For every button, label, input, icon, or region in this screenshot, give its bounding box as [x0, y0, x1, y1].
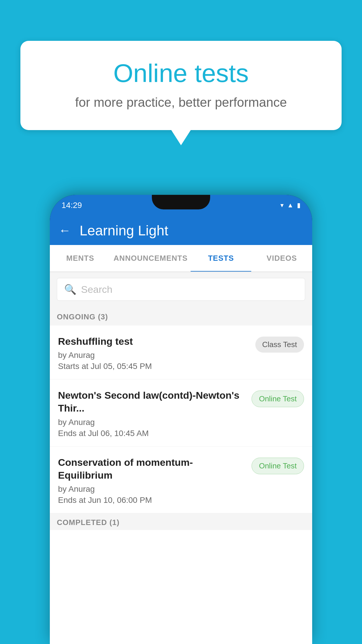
test-item-1[interactable]: Reshuffling test by Anurag Starts at Jul…: [50, 326, 312, 379]
ongoing-label: ONGOING (3): [57, 312, 108, 321]
search-icon: 🔍: [64, 284, 76, 295]
test-date-1: Starts at Jul 05, 05:45 PM: [58, 362, 249, 371]
bubble-title: Online tests: [35, 58, 327, 88]
test-item-2[interactable]: Newton's Second law(contd)-Newton's Thir…: [50, 379, 312, 446]
tab-videos[interactable]: VIDEOS: [251, 245, 312, 272]
test-author-2: by Anurag: [58, 418, 246, 427]
status-time: 14:29: [61, 201, 82, 210]
badge-online-test-2: Online Test: [252, 391, 304, 407]
search-bar[interactable]: 🔍 Search: [57, 278, 305, 301]
status-icons: ▾ ▲ ▮: [280, 202, 301, 209]
app-title: Learning Light: [80, 223, 168, 239]
tab-announcements[interactable]: ANNOUNCEMENTS: [111, 245, 191, 272]
search-container: 🔍 Search: [50, 272, 312, 307]
back-button[interactable]: ←: [59, 223, 71, 237]
completed-label: COMPLETED (1): [57, 518, 120, 527]
test-name-1: Reshuffling test: [58, 335, 249, 348]
bubble-subtitle: for more practice, better performance: [35, 95, 327, 110]
phone-frame: 14:29 ▾ ▲ ▮ ← Learning Light MENTS ANNOU…: [50, 195, 312, 644]
test-info-2: Newton's Second law(contd)-Newton's Thir…: [58, 389, 252, 438]
test-list: Reshuffling test by Anurag Starts at Jul…: [50, 326, 312, 513]
test-date-2: Ends at Jul 06, 10:45 AM: [58, 429, 246, 438]
tab-tests[interactable]: TESTS: [191, 245, 252, 272]
search-placeholder: Search: [81, 284, 113, 295]
app-bar: ← Learning Light: [50, 216, 312, 245]
badge-class-test-1: Class Test: [255, 337, 304, 353]
signal-icon: ▲: [287, 202, 294, 209]
test-date-3: Ends at Jun 10, 06:00 PM: [58, 496, 246, 505]
tab-ments[interactable]: MENTS: [50, 245, 111, 272]
test-name-2: Newton's Second law(contd)-Newton's Thir…: [58, 389, 246, 414]
speech-bubble: Online tests for more practice, better p…: [20, 41, 342, 130]
test-item-3[interactable]: Conservation of momentum-Equilibrium by …: [50, 447, 312, 513]
completed-section-header: COMPLETED (1): [50, 513, 312, 530]
test-info-1: Reshuffling test by Anurag Starts at Jul…: [58, 335, 255, 371]
test-author-1: by Anurag: [58, 351, 249, 360]
battery-icon: ▮: [297, 202, 301, 209]
phone-screen: MENTS ANNOUNCEMENTS TESTS VIDEOS 🔍 Searc…: [50, 245, 312, 644]
tabs-container: MENTS ANNOUNCEMENTS TESTS VIDEOS: [50, 245, 312, 272]
badge-online-test-3: Online Test: [252, 458, 304, 474]
wifi-icon: ▾: [280, 202, 284, 209]
test-author-3: by Anurag: [58, 484, 246, 494]
ongoing-section-header: ONGOING (3): [50, 307, 312, 326]
test-name-3: Conservation of momentum-Equilibrium: [58, 456, 246, 482]
test-info-3: Conservation of momentum-Equilibrium by …: [58, 456, 252, 505]
status-bar: 14:29 ▾ ▲ ▮: [50, 195, 312, 216]
